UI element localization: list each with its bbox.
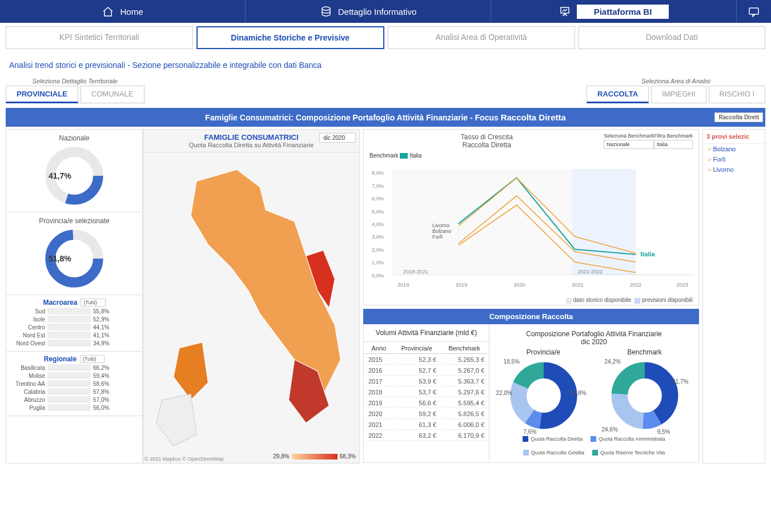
leg-gestita: Quota Raccolta Gestita bbox=[531, 450, 584, 456]
map-area[interactable]: FAMIGLIE CONSUMATRICI Quota Raccolta Dir… bbox=[143, 130, 359, 463]
province-item[interactable]: Forlì bbox=[703, 154, 765, 164]
table-row: 201753,9 €5.363,7 € bbox=[365, 377, 488, 386]
growth-title2: Raccolta Diretta bbox=[370, 141, 604, 149]
svg-text:1,0%: 1,0% bbox=[372, 260, 384, 266]
growth-title1: Tasso di Crescita bbox=[370, 133, 604, 141]
nav-piattaforma-button[interactable]: Piattaforma BI bbox=[577, 5, 669, 19]
svg-text:2019: 2019 bbox=[456, 282, 467, 288]
legend-hist-swatch bbox=[566, 298, 572, 304]
province-sidebar-header: 3 provi selezic bbox=[703, 130, 765, 144]
svg-text:6,0%: 6,0% bbox=[372, 196, 384, 202]
btn-comunale[interactable]: COMUNALE bbox=[81, 86, 144, 103]
benchmark-label: Seleziona Benchmark bbox=[604, 133, 654, 139]
bar-row: Nord Ovest34,9% bbox=[10, 340, 139, 346]
growth-legend-label: Benchmark bbox=[370, 152, 399, 159]
bar-row: Isole52,9% bbox=[10, 316, 139, 323]
map-credit: © 2021 Mapbox © OpenStreetMap bbox=[144, 456, 224, 462]
nav-dettaglio-label: Dettaglio Informativo bbox=[338, 7, 417, 17]
nav-chat[interactable] bbox=[737, 0, 771, 23]
svg-text:3,0%: 3,0% bbox=[372, 235, 384, 240]
regionale-dropdown[interactable]: (Tutti) bbox=[80, 355, 105, 363]
title-bar: Famiglie Consumatrici: Composizione Port… bbox=[6, 108, 765, 127]
map-date-dropdown[interactable]: dic 2020 bbox=[319, 133, 356, 143]
donut-prov-c: 22,0% bbox=[496, 390, 512, 396]
svg-text:2023: 2023 bbox=[676, 282, 688, 288]
nav-home[interactable]: Home bbox=[0, 0, 246, 23]
donut-bench-b: 9,5% bbox=[657, 429, 670, 435]
col-benchmark: Benchmark bbox=[441, 343, 488, 354]
bar-row: Nord Est41,1% bbox=[10, 332, 139, 338]
leg-riserve: Quota Riserve Tecniche Vita bbox=[600, 450, 665, 456]
svg-text:2020: 2020 bbox=[513, 282, 525, 288]
nav-home-label: Home bbox=[120, 7, 143, 17]
donut-prov-a: 51,8% bbox=[570, 390, 586, 396]
sel-territorial-label: Seleziona Dettaglio Territoriale bbox=[6, 78, 144, 84]
left-panel: Nazionale 41,7% Provincia/e selezionate … bbox=[6, 129, 360, 464]
bar-row: Abruzzo57,0% bbox=[10, 396, 139, 403]
table-row: 202161,3 €6.006,0 € bbox=[365, 420, 488, 430]
table-row: 202059,2 €5.826,5 € bbox=[365, 409, 488, 419]
svg-text:2021: 2021 bbox=[572, 282, 583, 288]
line-chart: 8,0%7,0%6,0% 5,0%4,0%3,0% 2,0%1,0%0,0% 2… bbox=[364, 159, 698, 296]
tab-dinamiche[interactable]: Dinamiche Storiche e Previsive bbox=[196, 26, 385, 49]
donuts-panel: Composizione Portafoglio Attività Finanz… bbox=[489, 324, 698, 462]
regionale-section: Regionale (Tutti) Basilicata66,2%Molise5… bbox=[6, 352, 142, 416]
composizione-header: Composizione Raccolta bbox=[363, 309, 699, 324]
bar-row: Puglia56,0% bbox=[10, 404, 139, 411]
database-icon bbox=[320, 5, 332, 18]
svg-text:Livorno: Livorno bbox=[432, 223, 449, 228]
gauge-nazionale: 41,7% bbox=[43, 144, 106, 207]
leg-amministrata: Quota Raccolta Amministrata bbox=[599, 436, 665, 442]
svg-rect-22 bbox=[572, 170, 636, 275]
col-anno: Anno bbox=[365, 343, 393, 354]
legend-italia-text: Italia bbox=[409, 152, 421, 159]
top-nav: Home Dettaglio Informativo Piattaforma B… bbox=[0, 0, 771, 23]
composizione-section: Composizione Raccolta Volumi Attività Fi… bbox=[363, 309, 699, 463]
btn-provinciale[interactable]: PROVINCIALE bbox=[6, 86, 78, 103]
benchmark-dropdown[interactable]: Nazionale bbox=[604, 140, 654, 149]
table-row: 201853,7 €5.297,6 € bbox=[365, 388, 488, 397]
bar-row: Basilicata66,2% bbox=[10, 364, 139, 371]
sel-area-label: Seleziona Area di Analisi bbox=[587, 78, 765, 84]
presentation-icon bbox=[559, 5, 571, 18]
volumi-title: Volumi Attività Finanziarie (mld €) bbox=[364, 324, 489, 342]
btn-rischio[interactable]: RISCHIO I bbox=[709, 86, 765, 103]
btn-impieghi[interactable]: IMPIEGHI bbox=[651, 86, 706, 103]
svg-text:2018: 2018 bbox=[397, 282, 409, 288]
nav-dettaglio[interactable]: Dettaglio Informativo bbox=[246, 0, 491, 23]
nav-piattaforma[interactable]: Piattaforma BI bbox=[491, 0, 737, 23]
italy-map-svg bbox=[143, 152, 359, 457]
svg-text:5,0%: 5,0% bbox=[372, 209, 384, 215]
table-row: 202263,2 €6.170,9 € bbox=[365, 431, 488, 441]
home-icon bbox=[102, 5, 114, 18]
title-focus: Raccolta Diretta bbox=[501, 112, 566, 122]
legend-hist-text: dato storico disponibile bbox=[573, 297, 632, 303]
svg-text:Italia: Italia bbox=[640, 251, 655, 257]
svg-rect-21 bbox=[392, 170, 572, 275]
svg-text:2,0%: 2,0% bbox=[372, 247, 384, 253]
btn-raccolta[interactable]: RACCOLTA bbox=[587, 86, 649, 103]
legend-prev-text: previsioni disponibili bbox=[642, 297, 693, 303]
title-pre: Famiglie Consumatrici: Composizione Port… bbox=[205, 113, 499, 122]
donut-bench-label: Benchmark bbox=[608, 348, 682, 356]
svg-text:4,0%: 4,0% bbox=[372, 221, 384, 227]
svg-point-0 bbox=[322, 7, 330, 10]
donuts-title: Composizione Portafoglio Attività Finanz… bbox=[493, 328, 695, 348]
svg-text:Bolzano: Bolzano bbox=[432, 229, 451, 235]
tab-kpi[interactable]: KPI Sintetici Territoriali bbox=[6, 26, 193, 49]
macroarea-dropdown[interactable]: (Tutti) bbox=[81, 299, 105, 307]
tab-download[interactable]: Download Dati bbox=[579, 26, 766, 49]
map-legend-high: 68,3% bbox=[340, 453, 356, 460]
svg-text:Forlì: Forlì bbox=[432, 235, 443, 240]
map-legend-low: 29,8% bbox=[273, 453, 289, 460]
svg-rect-2 bbox=[749, 8, 758, 14]
province-item[interactable]: Bolzano bbox=[703, 144, 765, 154]
svg-text:8,0%: 8,0% bbox=[372, 171, 384, 176]
tab-analisi[interactable]: Analisi Area di Operatività bbox=[388, 26, 575, 49]
filter-dropdown[interactable]: Italia bbox=[654, 140, 693, 149]
donut-prov-b: 7,6% bbox=[524, 429, 537, 435]
donut-prov-label: Provincia/e bbox=[507, 348, 581, 356]
title-dropdown[interactable]: Raccolta Dirett bbox=[714, 112, 763, 122]
donut-bench-d: 24,2% bbox=[605, 358, 621, 365]
province-item[interactable]: Livorno bbox=[703, 164, 765, 175]
